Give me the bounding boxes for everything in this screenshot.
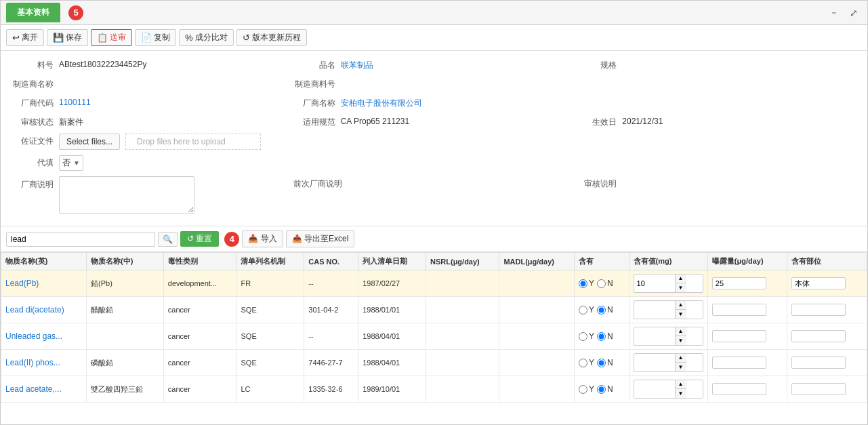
contain-n-label[interactable]: N [597,358,613,367]
import-button[interactable]: 📥 导入 [242,230,283,247]
contain-y-label[interactable]: Y [579,384,594,394]
part-input[interactable] [791,357,846,369]
material-number-col: 料号 ABtest180322234452Py [12,58,293,71]
part-input[interactable] [791,383,846,395]
copy-button[interactable]: 📄 复制 [135,29,176,46]
spinner-down[interactable]: ▼ [676,389,686,398]
contain-n-label[interactable]: N [597,331,613,341]
compare-button[interactable]: % 成分比对 [179,29,234,46]
name-en-link[interactable]: Lead(Pb) [5,279,39,288]
exposure-input[interactable] [712,330,766,342]
history-button[interactable]: ↺ 版本更新历程 [236,29,307,46]
value-input[interactable] [634,384,675,394]
table-row[interactable]: Unleaded gas...cancerSQE--1988/04/01 Y N… [1,323,867,350]
search-button[interactable]: 🔍 [158,232,178,247]
exposure-input[interactable] [712,277,766,289]
table-row[interactable]: Lead(Pb)鉛(Pb)development...FR--1987/02/2… [1,270,867,297]
spinner-down[interactable]: ▼ [676,336,686,345]
contain-n-radio[interactable] [597,279,606,288]
contain-n-label[interactable]: N [597,279,613,288]
exposure-input[interactable] [712,383,766,395]
value-input[interactable] [634,304,675,315]
manufacturer-name-label: 制造商名称 [12,77,59,90]
table-row[interactable]: Lead acetate,...雙乙酸四羟三鉛cancerLC1335-32-6… [1,376,867,403]
contain-radio-group: Y N [579,384,625,394]
drop-zone[interactable]: Drop files here to upload [125,134,261,150]
table-row[interactable]: Lead di(acetate)醋酸鉛cancerSQE301-04-21988… [1,297,867,323]
contain-radio-group: Y N [579,358,625,367]
contain-y-radio[interactable] [579,279,587,288]
minimize-button[interactable]: － [825,5,843,20]
manufacturer-number-col: 制造商料号 [293,77,575,90]
reset-button[interactable]: ↺ 重置 [180,231,219,247]
contain-y-radio[interactable] [579,385,587,394]
name-en-link[interactable]: Lead(II) phos... [5,358,60,367]
spec-value [622,58,717,60]
close-button[interactable]: ↩ 离开 [6,29,44,46]
contain-n-label[interactable]: N [597,384,613,394]
exposure-input[interactable] [712,304,766,316]
submit-icon: 📋 [97,33,108,43]
contain-y-radio[interactable] [579,332,587,341]
spinner-up[interactable]: ▲ [676,301,686,310]
spinner-up[interactable]: ▲ [676,327,686,336]
spinner-down[interactable]: ▼ [676,283,686,292]
spinner-down[interactable]: ▼ [676,310,686,319]
part-input[interactable] [791,330,846,342]
contain-y-label[interactable]: Y [579,358,594,367]
vendor-name-value[interactable]: 安柏电子股份有限公司 [341,96,436,109]
spinner-buttons: ▲ ▼ [675,327,686,345]
vendor-note-input[interactable] [59,176,194,214]
submit-button[interactable]: 📋 送审 [91,29,132,46]
cell-exposure [707,350,787,376]
name-en-link[interactable]: Unleaded gas... [5,331,62,341]
vendor-note-col: 厂商说明 [12,176,293,214]
contain-y-label[interactable]: Y [579,305,594,315]
manufacturer-name-col: 制造商名称 [12,77,293,90]
value-input[interactable] [634,278,675,289]
contain-n-radio[interactable] [597,306,606,315]
cell-mechanism: SQE [236,323,304,350]
contain-n-radio[interactable] [597,332,606,341]
part-input[interactable] [791,304,846,316]
export-button[interactable]: 📤 导出至Excel [286,230,355,247]
search-input[interactable] [6,232,155,247]
cell-exposure [707,297,787,323]
spinner-up[interactable]: ▲ [676,275,686,283]
name-en-link[interactable]: Lead di(acetate) [5,305,64,315]
part-input[interactable] [791,277,846,289]
form-row-2: 制造商名称 制造商料号 [12,77,856,90]
cell-name-en: Lead acetate,... [1,376,87,403]
contain-y-label[interactable]: Y [579,331,594,341]
contain-n-radio[interactable] [597,359,606,367]
audit-status-col: 审核状态 新案件 [12,115,293,128]
spinner-up[interactable]: ▲ [676,380,686,389]
value-input[interactable] [634,357,675,368]
compare-label: 成分比对 [195,32,228,43]
contain-y-radio[interactable] [579,359,587,367]
table-row[interactable]: Lead(II) phos...磷酸鉛cancerSQE7446-27-7198… [1,350,867,376]
tab-basic-info[interactable]: 基本资料 [6,3,60,22]
form-row-3: 厂商代码 1100111 厂商名称 安柏电子股份有限公司 [12,96,856,109]
contain-n-label[interactable]: N [597,305,613,315]
contain-n-radio[interactable] [597,385,606,394]
spinner-up[interactable]: ▲ [676,354,686,363]
contain-y-label[interactable]: Y [579,279,594,288]
contain-y-radio[interactable] [579,306,587,315]
select-files-button[interactable]: Select files... [59,134,120,150]
save-button[interactable]: 💾 保存 [47,29,88,46]
cell-contain: Y N [575,323,629,350]
name-en-link[interactable]: Lead acetate,... [5,384,62,394]
spinner-buttons: ▲ ▼ [675,301,686,319]
tab-label: 基本资料 [17,7,49,17]
vendor-code-value[interactable]: 1100111 [59,96,154,107]
file-upload-area: Select files... Drop files here to uploa… [59,134,261,150]
maximize-button[interactable]: ⤢ [846,5,862,20]
product-name-value[interactable]: 联苯制品 [341,58,436,71]
history-icon: ↺ [243,33,250,43]
spinner-down[interactable]: ▼ [676,363,686,371]
proxy-select[interactable]: 否 ▼ [59,155,83,171]
cell-cas: 7446-27-7 [304,350,358,376]
value-input[interactable] [634,331,675,342]
exposure-input[interactable] [712,357,766,369]
